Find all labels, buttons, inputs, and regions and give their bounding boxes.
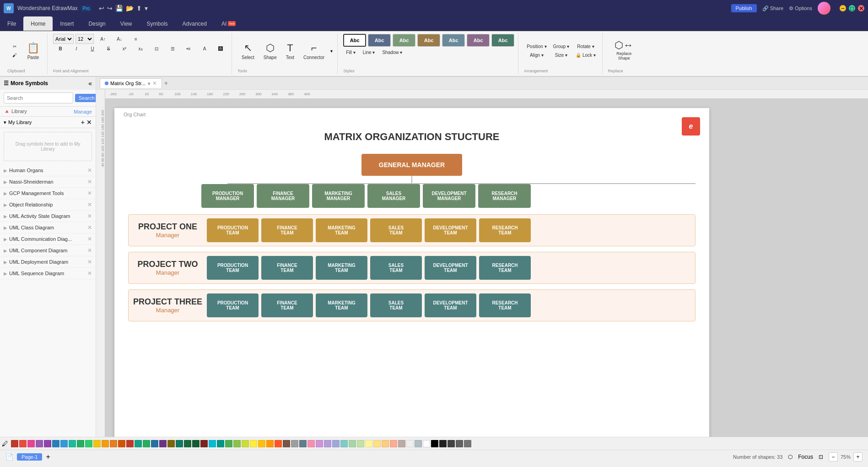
color-swatch[interactable] — [69, 440, 76, 447]
publish-btn[interactable]: Publish — [731, 4, 757, 12]
p2-prod-team[interactable]: PRODUCTIONTEAM — [207, 256, 259, 280]
color-swatch[interactable] — [365, 440, 372, 447]
position-btn[interactable]: Position ▾ — [524, 43, 549, 50]
color-swatch[interactable] — [217, 440, 224, 447]
add-tab-btn[interactable]: + — [164, 79, 168, 87]
color-swatch[interactable] — [423, 440, 430, 447]
bold-btn[interactable]: B — [53, 45, 68, 52]
shadow-btn[interactable]: Shadow ▾ — [379, 49, 405, 56]
group-btn[interactable]: Group ▾ — [550, 43, 572, 50]
p3-fin-team[interactable]: FINANCETEAM — [261, 293, 313, 317]
shape-btn[interactable]: ⬡ Shape — [259, 35, 281, 67]
open-btn[interactable]: 📂 — [126, 5, 134, 12]
menu-tab-symbols[interactable]: Symbols — [140, 16, 175, 31]
color-swatch[interactable] — [19, 440, 27, 447]
font-family-select[interactable]: Arial — [53, 34, 74, 44]
color-swatch[interactable] — [357, 440, 364, 447]
align-btn[interactable]: ≡ — [129, 36, 143, 43]
color-swatch[interactable] — [135, 440, 142, 447]
color-swatch[interactable] — [225, 440, 232, 447]
subscript-btn[interactable]: x₂ — [133, 45, 148, 52]
color-swatch[interactable] — [439, 440, 447, 447]
tools-expand-btn[interactable]: ▾ — [329, 48, 334, 54]
color-swatch[interactable] — [52, 440, 59, 447]
redo-btn[interactable]: ↪ — [107, 5, 113, 12]
color-swatch[interactable] — [258, 440, 265, 447]
color-swatch[interactable] — [415, 440, 422, 447]
menu-tab-advanced[interactable]: Advanced — [175, 16, 214, 31]
color-swatch[interactable] — [398, 440, 405, 447]
color-swatch[interactable] — [340, 440, 348, 447]
p2-sales-team[interactable]: SALESTEAM — [370, 256, 422, 280]
p1-fin-team[interactable]: FINANCETEAM — [261, 218, 313, 242]
color-swatch[interactable] — [299, 440, 307, 447]
style-box-1[interactable]: Abc — [343, 34, 366, 47]
font-shrink-btn[interactable]: A↓ — [112, 36, 127, 43]
undo-btn[interactable]: ↩ — [99, 5, 104, 12]
textfit-btn[interactable]: ⊡ — [149, 45, 164, 52]
lock-btn[interactable]: 🔒 Lock ▾ — [573, 51, 598, 59]
color-swatch[interactable] — [390, 440, 397, 447]
win-max[interactable]: □ — [849, 5, 855, 11]
color-swatch[interactable] — [283, 440, 290, 447]
paste-btn[interactable]: 📋Paste — [23, 35, 43, 67]
color-swatch[interactable] — [332, 440, 340, 447]
res-manager-box[interactable]: RESEARCHMANAGER — [478, 184, 531, 208]
color-swatch[interactable] — [102, 440, 109, 447]
library-item-uml-comm[interactable]: ▶ UML Communication Diag... ✕ — [0, 234, 96, 245]
library-item-uml-component[interactable]: ▶ UML Component Diagram ✕ — [0, 245, 96, 256]
library-item-uml-deploy[interactable]: ▶ UML Deployment Diagram ✕ — [0, 256, 96, 268]
line-btn[interactable]: Line ▾ — [360, 49, 378, 56]
style-box-3[interactable]: Abc — [393, 34, 415, 47]
fin-manager-box[interactable]: FINANCEMANAGER — [257, 184, 309, 208]
sidebar-collapse-btn[interactable]: « — [88, 80, 92, 87]
color-swatch[interactable] — [167, 440, 175, 447]
color-swatch[interactable] — [406, 440, 414, 447]
color-swatch[interactable] — [250, 440, 257, 447]
options-btn[interactable]: ⚙ Options — [789, 5, 812, 11]
color-swatch[interactable] — [176, 440, 183, 447]
color-swatch[interactable] — [316, 440, 323, 447]
page-tab[interactable]: Page-1 — [17, 453, 42, 461]
select-btn[interactable]: ↖ Select — [237, 35, 259, 67]
win-close[interactable]: ✕ — [858, 5, 864, 11]
menu-tab-design[interactable]: Design — [81, 16, 113, 31]
p2-res-team[interactable]: RESEARCHTEAM — [479, 256, 531, 280]
font-size-select[interactable]: 12 — [75, 34, 94, 44]
color-swatch[interactable] — [307, 440, 315, 447]
color-swatch[interactable] — [349, 440, 356, 447]
color-swatch[interactable] — [60, 440, 68, 447]
p3-res-team[interactable]: RESEARCHTEAM — [479, 293, 531, 317]
color-swatch[interactable] — [233, 440, 241, 447]
library-item-object-rel[interactable]: ▶ Object Relationship ✕ — [0, 199, 96, 211]
color-swatch[interactable] — [77, 440, 84, 447]
text-btn[interactable]: T Text — [282, 35, 298, 67]
bullet-btn[interactable]: •≡ — [181, 45, 196, 52]
color-swatch[interactable] — [200, 440, 208, 447]
more-btn[interactable]: ▾ — [145, 5, 148, 12]
canvas-tab[interactable]: Matrix Org Str... ● ✕ — [100, 78, 162, 88]
p1-res-team[interactable]: RESEARCHTEAM — [479, 218, 531, 242]
add-library-btn[interactable]: + — [81, 119, 85, 126]
dev-manager-box[interactable]: DEVELOPMENTMANAGER — [423, 184, 475, 208]
color-swatch[interactable] — [373, 440, 381, 447]
color-swatch[interactable] — [110, 440, 117, 447]
zoom-out-btn[interactable]: − — [829, 452, 838, 462]
export-btn[interactable]: ⬆ — [136, 5, 142, 12]
menu-tab-insert[interactable]: Insert — [53, 16, 81, 31]
library-item-nassi[interactable]: ▶ Nassi-Shneiderman ✕ — [0, 176, 96, 188]
list-btn[interactable]: ☰ — [165, 45, 180, 52]
style-box-6[interactable]: Abc — [467, 34, 490, 47]
font-grow-btn[interactable]: A↑ — [96, 36, 110, 43]
manage-btn[interactable]: Manage — [74, 109, 92, 114]
color-swatch[interactable] — [85, 440, 92, 447]
page-icon-btn[interactable]: 📄 — [5, 453, 13, 461]
canvas-scroll[interactable]: -260 -20 20 60 100 140 180 220 260 300 3… — [105, 90, 868, 437]
p2-fin-team[interactable]: FINANCETEAM — [261, 256, 313, 280]
menu-tab-home[interactable]: Home — [23, 16, 53, 31]
color-swatch[interactable] — [36, 440, 43, 447]
color-swatch[interactable] — [382, 440, 389, 447]
color-swatch[interactable] — [447, 440, 455, 447]
save-btn[interactable]: 💾 — [115, 5, 123, 12]
p1-dev-team[interactable]: DEVELOPMENTTEAM — [425, 218, 476, 242]
